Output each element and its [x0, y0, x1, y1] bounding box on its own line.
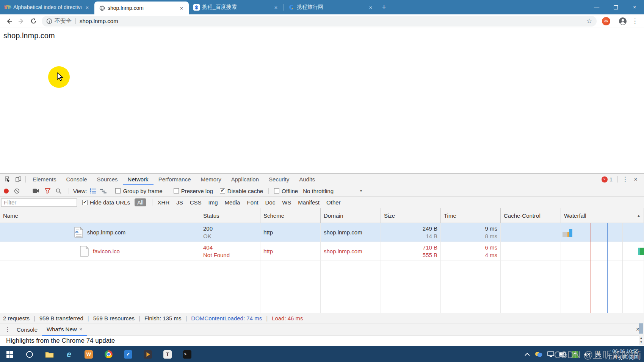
- reload-button[interactable]: [27, 16, 39, 27]
- drawer-tab-whats-new[interactable]: What's New ×: [42, 323, 87, 336]
- tab-alphabetical-index[interactable]: 暂停 Alphabetical index of directive ×: [0, 0, 94, 14]
- column-header-status[interactable]: Status: [200, 208, 260, 223]
- tab-ctrip[interactable]: 携程旅行网 ×: [284, 0, 378, 14]
- requests-count: 2 requests: [3, 315, 30, 321]
- filter-type-all[interactable]: All: [135, 198, 146, 206]
- cortana-search-button[interactable]: [20, 346, 39, 362]
- chrome-button[interactable]: [99, 346, 118, 362]
- tab-shop-lnmp[interactable]: shop.lnmp.com ×: [94, 2, 189, 14]
- chrome-menu-button[interactable]: ⋮: [629, 16, 641, 27]
- drawer-scrollbar[interactable]: ▲ ▼: [639, 323, 644, 345]
- mouse-cursor-icon: [56, 72, 65, 81]
- filter-type-js[interactable]: JS: [176, 199, 183, 206]
- filter-type-img[interactable]: Img: [208, 199, 218, 206]
- drawer-tab-close-icon[interactable]: ×: [80, 326, 83, 332]
- filter-input[interactable]: [1, 198, 77, 207]
- error-count[interactable]: 1: [610, 176, 613, 183]
- device-toolbar-button[interactable]: [13, 175, 24, 184]
- filter-type-ws[interactable]: WS: [282, 199, 291, 206]
- file-explorer-button[interactable]: [39, 346, 59, 362]
- request-row-shop-lnmp[interactable]: <> shop.lnmp.com 200 OK http shop.lnmp.c…: [0, 223, 644, 242]
- maximize-button[interactable]: [606, 0, 625, 14]
- disable-cache-checkbox[interactable]: Disable cache: [220, 188, 263, 194]
- column-header-time[interactable]: Time: [441, 208, 501, 223]
- url-text[interactable]: shop.lnmp.com: [80, 18, 586, 24]
- close-window-button[interactable]: ×: [625, 0, 644, 14]
- column-header-cache-control[interactable]: Cache-Control: [501, 208, 561, 223]
- scrollbar-up-icon[interactable]: ▲: [639, 336, 644, 340]
- tab-memory[interactable]: Memory: [196, 174, 226, 185]
- column-header-domain[interactable]: Domain: [321, 208, 381, 223]
- back-button[interactable]: [3, 16, 15, 27]
- tab-elements[interactable]: Elements: [28, 174, 61, 185]
- offline-checkbox[interactable]: Offline: [274, 188, 298, 194]
- record-button[interactable]: [4, 189, 9, 193]
- preserve-log-checkbox[interactable]: Preserve log: [174, 188, 213, 194]
- devtools-close-button[interactable]: ×: [630, 175, 641, 184]
- column-header-name[interactable]: Name: [0, 208, 200, 223]
- tab-performance[interactable]: Performance: [154, 174, 196, 185]
- network-display-icon[interactable]: [547, 351, 554, 357]
- tray-expand-chevron-icon[interactable]: [525, 353, 530, 356]
- tab-audits[interactable]: Audits: [294, 174, 320, 185]
- tab-sources[interactable]: Sources: [92, 174, 123, 185]
- filter-type-doc[interactable]: Doc: [265, 199, 275, 206]
- ie-button[interactable]: e: [59, 346, 79, 362]
- waterfall-view-icon: [100, 189, 107, 193]
- tab-close-icon[interactable]: ×: [84, 4, 91, 11]
- search-button[interactable]: [56, 188, 61, 194]
- drawer-tab-console[interactable]: Console: [12, 323, 42, 336]
- waterfall-bar: [563, 229, 572, 237]
- security-label[interactable]: 不安全: [55, 17, 72, 25]
- tab-security[interactable]: Security: [264, 174, 294, 185]
- column-header-size[interactable]: Size: [381, 208, 441, 223]
- column-header-scheme[interactable]: Scheme: [260, 208, 321, 223]
- large-rows-toggle[interactable]: [90, 188, 96, 193]
- error-badge-icon[interactable]: ×: [602, 176, 608, 183]
- filter-type-manifest[interactable]: Manifest: [298, 199, 320, 206]
- clear-button[interactable]: [14, 188, 20, 194]
- filter-type-other[interactable]: Other: [326, 199, 341, 206]
- tab-close-icon[interactable]: ×: [178, 5, 185, 11]
- filter-type-font[interactable]: Font: [247, 199, 258, 206]
- search-icon: [56, 188, 61, 194]
- scrollbar-down-icon[interactable]: ▼: [639, 340, 644, 344]
- tab-application[interactable]: Application: [226, 174, 264, 185]
- screenshot-capture-button[interactable]: [33, 188, 39, 193]
- new-tab-button[interactable]: +: [378, 0, 390, 14]
- throttling-select[interactable]: No throttling ▼: [303, 188, 363, 194]
- tab-close-icon[interactable]: ×: [367, 4, 374, 11]
- inspect-element-button[interactable]: [2, 175, 13, 184]
- profile-button[interactable]: [617, 16, 629, 27]
- terminal-button[interactable]: >_: [177, 346, 197, 362]
- filter-toggle-button[interactable]: [45, 188, 50, 193]
- tab-close-icon[interactable]: ×: [273, 4, 279, 11]
- drawer-menu-button[interactable]: ⋮: [3, 326, 12, 333]
- overview-toggle[interactable]: [100, 189, 107, 193]
- request-row-favicon[interactable]: favicon.ico 404 Not Found http shop.lnmp…: [0, 242, 644, 261]
- omnibox[interactable]: 不安全 shop.lnmp.com ☆: [42, 16, 597, 27]
- media-player-button[interactable]: [138, 346, 158, 362]
- filter-type-media[interactable]: Media: [225, 199, 240, 206]
- start-button[interactable]: [0, 346, 20, 362]
- group-by-frame-checkbox[interactable]: Group by frame: [115, 188, 162, 194]
- filter-type-xhr[interactable]: XHR: [158, 199, 170, 206]
- forward-button[interactable]: [15, 16, 27, 27]
- column-header-waterfall[interactable]: Waterfall ▲: [561, 208, 644, 223]
- tab-baidu-search[interactable]: 携程_百度搜索 ×: [189, 0, 283, 14]
- bookmark-star-icon[interactable]: ☆: [586, 17, 592, 25]
- cloud-sync-icon[interactable]: [535, 351, 542, 357]
- hide-data-urls-checkbox[interactable]: Hide data URLs: [82, 199, 130, 206]
- typora-button[interactable]: T: [158, 346, 177, 362]
- show-desktop-button[interactable]: [642, 346, 644, 362]
- extension-icon[interactable]: ∞: [602, 17, 610, 25]
- devtools-menu-button[interactable]: ⋮: [620, 175, 630, 184]
- minimize-button[interactable]: —: [587, 0, 606, 14]
- domain: shop.lnmp.com: [324, 229, 378, 236]
- tab-console[interactable]: Console: [61, 174, 92, 185]
- filter-type-css[interactable]: CSS: [190, 199, 202, 206]
- blue-app-button[interactable]: [118, 346, 138, 362]
- office-app-button[interactable]: W: [79, 346, 99, 362]
- scrollbar-thumb[interactable]: [639, 323, 643, 334]
- tab-network[interactable]: Network: [123, 174, 154, 185]
